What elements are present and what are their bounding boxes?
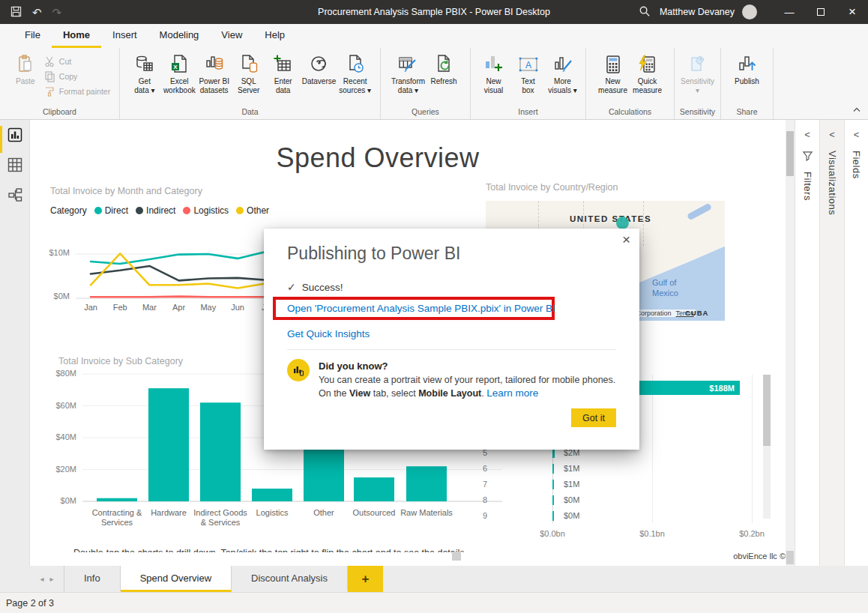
tab-nav-arrows: ◂ ▸ xyxy=(30,566,64,592)
ribbon: Paste Cut Copy xyxy=(0,48,868,120)
side-panels: < Filters < Visualizations < Fields xyxy=(795,120,868,566)
transform-data-button[interactable]: Transform data ▾ xyxy=(391,51,426,95)
data-view-button[interactable] xyxy=(0,150,30,180)
more-visuals-button[interactable]: More visuals ▾ xyxy=(546,51,579,95)
undo-icon[interactable]: ↶ xyxy=(32,7,42,18)
model-view-button[interactable] xyxy=(0,180,30,210)
active-view-indicator xyxy=(0,126,2,153)
minimize-button[interactable]: — xyxy=(774,0,805,24)
collapse-ribbon-icon[interactable] xyxy=(853,102,861,115)
hbar-row[interactable]: 8$0M xyxy=(472,493,786,508)
tab-info[interactable]: Info xyxy=(64,566,121,592)
menu-view[interactable]: View xyxy=(210,24,253,48)
hbar-row[interactable]: 7$1M xyxy=(472,477,786,492)
legend-dot xyxy=(183,207,190,214)
map-data-bubble[interactable] xyxy=(616,217,629,229)
filters-panel-collapsed[interactable]: < Filters xyxy=(795,120,819,566)
legend-label: Indirect xyxy=(146,205,175,216)
expand-fields-icon[interactable]: < xyxy=(854,129,860,140)
legend-item[interactable]: Indirect xyxy=(136,205,175,216)
learn-more-link[interactable]: Learn more xyxy=(486,387,538,399)
group-label-calculations: Calculations xyxy=(586,106,674,119)
publish-button[interactable]: Publish xyxy=(731,51,764,86)
bar-3[interactable] xyxy=(252,489,292,501)
close-button[interactable]: × xyxy=(837,0,868,24)
menu-modeling[interactable]: Modeling xyxy=(148,24,211,48)
tab-spend-overview[interactable]: Spend Overview xyxy=(121,566,232,592)
get-quick-insights-link[interactable]: Get Quick Insights xyxy=(287,328,370,339)
fields-panel-collapsed[interactable]: < Fields xyxy=(844,120,868,566)
row-category-label: 7 xyxy=(472,480,487,489)
format-painter-button: Format painter xyxy=(43,85,110,97)
menu-home[interactable]: Home xyxy=(52,24,101,48)
y-tick-label: $60M xyxy=(46,401,76,410)
copy-button: Copy xyxy=(43,70,110,82)
cut-button: Cut xyxy=(43,55,110,67)
prev-page-icon[interactable]: ◂ xyxy=(40,575,43,583)
bar-4[interactable] xyxy=(304,446,344,501)
menu-file[interactable]: File xyxy=(13,24,52,48)
x-tick-label: $0.0bn xyxy=(534,529,571,538)
page-title: Spend Overview xyxy=(30,142,726,174)
row-bar[interactable] xyxy=(552,511,554,521)
redo-icon: ↷ xyxy=(52,7,62,18)
powerbi-datasets-button[interactable]: Power BI datasets xyxy=(198,51,231,95)
bar-6[interactable] xyxy=(406,466,447,501)
series-line-logistics[interactable] xyxy=(91,297,267,298)
get-data-button[interactable]: Get data ▾ xyxy=(128,51,161,95)
expand-filters-icon[interactable]: < xyxy=(804,129,810,140)
hbar-scrollbar-thumb[interactable] xyxy=(763,375,771,446)
legend-dot xyxy=(236,207,244,214)
text-box-button[interactable]: A Text box xyxy=(512,51,545,95)
x-tick-label: Jun xyxy=(226,303,250,312)
canvas-scrollbar-thumb[interactable] xyxy=(786,131,794,176)
sql-server-icon xyxy=(238,53,260,76)
legend-item[interactable]: Logistics xyxy=(183,205,229,216)
row-bar[interactable] xyxy=(552,480,554,489)
bar-5[interactable] xyxy=(354,477,394,501)
statusbar: Page 2 of 3 xyxy=(0,592,868,613)
page-indicator: Page 2 of 3 xyxy=(6,598,54,609)
dataverse-button[interactable]: Dataverse xyxy=(301,51,337,86)
recent-sources-button[interactable]: Recent sources ▾ xyxy=(338,51,372,95)
canvas-vertical-scrollbar[interactable] xyxy=(786,120,795,566)
menu-help[interactable]: Help xyxy=(253,24,296,48)
report-view-button[interactable] xyxy=(0,120,30,150)
expand-visualizations-icon[interactable]: < xyxy=(829,129,835,140)
legend-item[interactable]: Direct xyxy=(94,205,128,216)
refresh-button[interactable]: Refresh xyxy=(427,51,460,86)
maximize-button[interactable] xyxy=(805,0,837,24)
excel-workbook-button[interactable]: X Excel workbook xyxy=(163,51,196,95)
new-visual-button[interactable]: New visual xyxy=(477,51,510,95)
legend-item[interactable]: Other xyxy=(236,205,269,216)
sql-server-button[interactable]: SQL Server xyxy=(232,51,265,95)
visualizations-panel-collapsed[interactable]: < Visualizations xyxy=(819,120,844,566)
menu-insert[interactable]: Insert xyxy=(101,24,148,48)
new-measure-button[interactable]: New measure xyxy=(597,51,630,95)
hbar-row[interactable]: 6$1M xyxy=(472,462,786,477)
next-page-icon[interactable]: ▸ xyxy=(50,575,54,583)
quick-measure-button[interactable]: Quick measure xyxy=(631,51,664,95)
row-bar[interactable] xyxy=(552,464,554,474)
bar-0[interactable] xyxy=(97,498,137,501)
bar-2[interactable] xyxy=(200,402,241,501)
bar-1[interactable] xyxy=(148,388,189,501)
search-icon[interactable] xyxy=(639,5,651,19)
enter-data-button[interactable]: Enter data xyxy=(267,51,300,95)
publishing-dialog: × Publishing to Power BI ✓ Success! Open… xyxy=(264,229,639,450)
new-page-button[interactable]: + xyxy=(348,566,383,592)
got-it-button[interactable]: Got it xyxy=(571,408,616,427)
group-label-sensitivity: Sensitivity xyxy=(675,106,720,119)
open-in-powerbi-link[interactable]: Open 'Procurement Analysis Sample PBIX.p… xyxy=(276,303,555,314)
annotation-highlight-box: Open 'Procurement Analysis Sample PBIX.p… xyxy=(273,297,555,320)
avatar[interactable] xyxy=(742,4,757,19)
save-icon[interactable] xyxy=(10,6,22,19)
row-bar[interactable] xyxy=(552,495,554,505)
dialog-close-icon[interactable]: × xyxy=(622,232,630,248)
account-name[interactable]: Matthew Devaney xyxy=(660,7,735,17)
series-line-indirect[interactable] xyxy=(91,266,267,280)
hbar-row[interactable]: 9$0M xyxy=(472,509,786,524)
x-tick-label: $0.2bn xyxy=(733,529,771,538)
tip-line2: On the View tab, select Mobile Layout. L… xyxy=(319,387,538,399)
tab-discount-analysis[interactable]: Discount Analysis xyxy=(232,566,348,592)
